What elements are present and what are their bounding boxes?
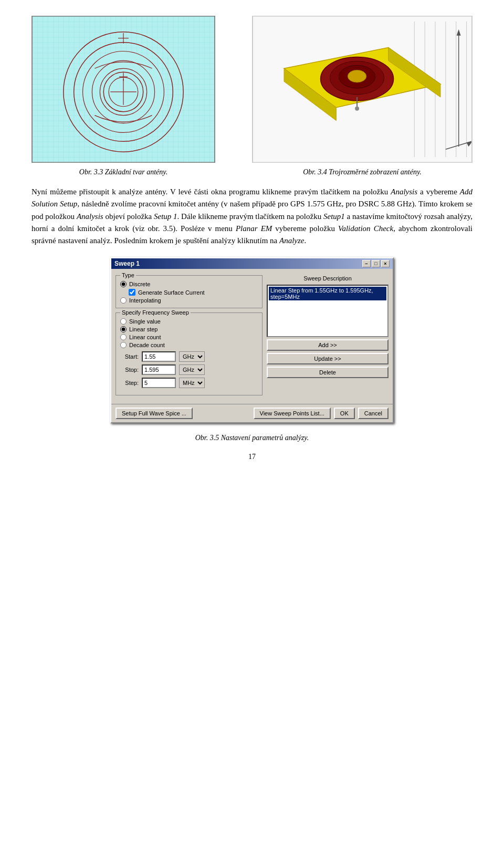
cancel-button[interactable]: Cancel [358, 408, 388, 419]
start-label: Start: [120, 353, 139, 360]
stop-label: Stop: [120, 367, 139, 373]
radio-single-value[interactable]: Single value [120, 318, 258, 325]
discrete-label: Discrete [129, 281, 150, 287]
page-number: 17 [32, 453, 472, 461]
freq-sweep-section: Specify Frequency Sweep Single value Lin… [116, 312, 262, 395]
close-button[interactable]: × [381, 260, 390, 267]
antenna-top-view-image [32, 16, 215, 163]
ok-button[interactable]: OK [334, 408, 355, 419]
radio-interpolating[interactable]: Interpolating [120, 297, 258, 304]
sweep-description-label: Sweep Description [267, 275, 388, 281]
dialog-body: Type Discrete Generate Surface Current [111, 269, 393, 404]
sweep-description-item: Linear Step from 1.55GHz to 1.595GHz, st… [269, 287, 386, 300]
view-sweep-button[interactable]: View Sweep Points List... [254, 408, 331, 419]
decade-count-label: Decade count [129, 342, 165, 348]
type-section: Type Discrete Generate Surface Current [116, 275, 262, 308]
interpolating-label: Interpolating [129, 297, 161, 304]
start-unit-select[interactable]: GHz MHz [179, 351, 205, 362]
dialog-wrapper: Sweep 1 − □ × Type [32, 257, 472, 423]
dialog-left-column: Type Discrete Generate Surface Current [116, 275, 262, 400]
add-update-buttons: Add >> Update >> Delete [267, 339, 388, 378]
radio-discrete[interactable]: Discrete [120, 281, 258, 287]
generate-surface-label: Generate Surface Current [138, 289, 205, 296]
generate-surface-checkbox[interactable] [129, 289, 135, 296]
dialog-right-column: Sweep Description Linear Step from 1.55G… [267, 275, 388, 400]
start-field-row: Start: GHz MHz [120, 351, 258, 362]
stop-input[interactable] [142, 364, 176, 375]
step-unit-select[interactable]: MHz GHz [179, 378, 205, 388]
antenna-3d-view-image [252, 16, 472, 163]
radio-linear-count[interactable]: Linear count [120, 334, 258, 340]
top-images [32, 16, 472, 163]
type-section-label: Type [120, 272, 136, 278]
start-input[interactable] [142, 351, 176, 362]
linear-step-label: Linear step [129, 326, 158, 332]
linear-count-radio[interactable] [120, 334, 127, 340]
linear-count-label: Linear count [129, 334, 161, 340]
add-button[interactable]: Add >> [267, 339, 388, 351]
dialog-main-row: Type Discrete Generate Surface Current [116, 275, 388, 400]
delete-button[interactable]: Delete [267, 367, 388, 378]
step-field-row: Step: MHz GHz [120, 378, 258, 388]
dialog-bottom-bar: Setup Full Wave Spice ... View Sweep Poi… [111, 404, 393, 422]
radio-decade-count[interactable]: Decade count [120, 342, 258, 348]
sweep-description-list: Linear Step from 1.55GHz to 1.595GHz, st… [267, 285, 388, 337]
type-radio-group: Discrete Generate Surface Current Interp… [120, 281, 258, 304]
single-value-label: Single value [129, 318, 161, 325]
step-label: Step: [120, 380, 139, 386]
sweep-dialog: Sweep 1 − □ × Type [110, 257, 394, 423]
body-paragraph: Nyní můžeme přistoupit k analýze antény.… [32, 186, 472, 247]
discrete-radio[interactable] [120, 281, 127, 287]
freq-sweep-section-label: Specify Frequency Sweep [120, 309, 191, 316]
titlebar-buttons: − □ × [362, 260, 390, 267]
interpolating-radio[interactable] [120, 297, 127, 304]
stop-unit-select[interactable]: GHz MHz [179, 364, 205, 375]
radio-linear-step[interactable]: Linear step [120, 326, 258, 332]
minimize-button[interactable]: − [362, 260, 371, 267]
svg-point-31 [355, 107, 359, 111]
freq-radio-group: Single value Linear step Linear count [120, 318, 258, 348]
maximize-button[interactable]: □ [372, 260, 380, 267]
dialog-title: Sweep 1 [114, 260, 140, 267]
right-image-caption: Obr. 3.4 Trojrozměrné zobrazení antény. [252, 168, 472, 176]
bottom-buttons: View Sweep Points List... OK Cancel [254, 408, 388, 419]
linear-step-radio[interactable] [120, 326, 127, 332]
setup-full-wave-button[interactable]: Setup Full Wave Spice ... [116, 408, 193, 419]
update-button[interactable]: Update >> [267, 353, 388, 364]
image-captions: Obr. 3.3 Základní tvar antény. Obr. 3.4 … [32, 168, 472, 176]
figure-caption: Obr. 3.5 Nastavení parametrů analýzy. [32, 434, 472, 442]
step-input[interactable] [142, 378, 176, 388]
left-image-caption: Obr. 3.3 Základní tvar antény. [32, 168, 215, 176]
dialog-titlebar: Sweep 1 − □ × [111, 258, 393, 269]
checkbox-generate-surface[interactable]: Generate Surface Current [129, 289, 258, 296]
svg-point-29 [348, 70, 366, 82]
decade-count-radio[interactable] [120, 342, 127, 348]
stop-field-row: Stop: GHz MHz [120, 364, 258, 375]
single-value-radio[interactable] [120, 318, 127, 325]
